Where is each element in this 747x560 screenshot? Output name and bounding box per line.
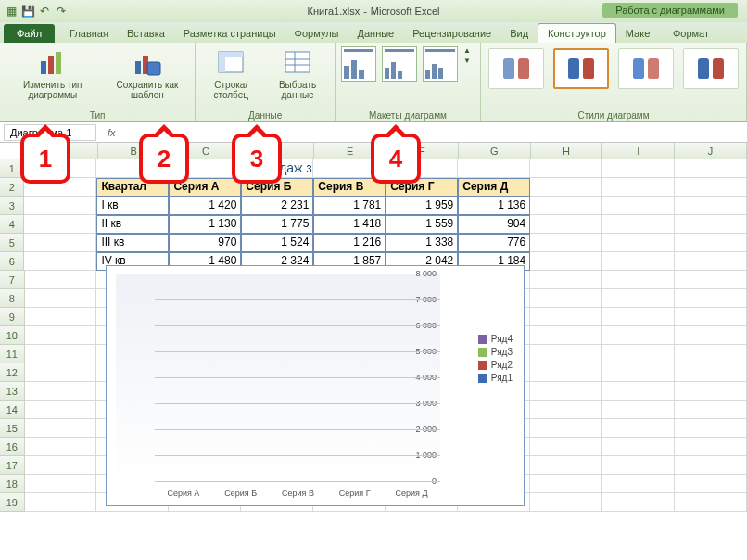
cell[interactable] xyxy=(530,289,602,308)
cell[interactable] xyxy=(675,326,747,345)
cell[interactable] xyxy=(602,234,675,252)
cell[interactable]: 1 524 xyxy=(241,234,313,252)
cell[interactable] xyxy=(602,197,675,215)
cell[interactable] xyxy=(602,326,675,345)
tab-review[interactable]: Рецензирование xyxy=(403,24,500,43)
cell[interactable] xyxy=(25,271,97,289)
cell[interactable] xyxy=(602,382,675,401)
chart-layout-1[interactable] xyxy=(341,46,376,82)
tab-format[interactable]: Формат xyxy=(664,24,718,43)
chart-style-3[interactable] xyxy=(618,48,674,89)
cell[interactable] xyxy=(25,419,97,438)
cell[interactable] xyxy=(530,419,602,438)
cell[interactable] xyxy=(675,475,747,493)
cell[interactable] xyxy=(25,456,97,475)
redo-icon[interactable]: ↷ xyxy=(54,4,69,19)
worksheet-grid[interactable]: ABCDEFGHIJ1ы продаж за 2010 г. ед2Кварта… xyxy=(0,143,747,512)
row-header[interactable]: 14 xyxy=(0,401,25,419)
cell[interactable] xyxy=(530,252,602,271)
cell[interactable] xyxy=(530,215,602,234)
cell[interactable]: 1 559 xyxy=(386,215,458,234)
cell[interactable]: 1 959 xyxy=(386,197,458,215)
column-header[interactable]: J xyxy=(675,143,747,159)
cell[interactable]: 904 xyxy=(458,215,530,234)
cell[interactable] xyxy=(675,419,747,438)
cell[interactable] xyxy=(602,271,675,289)
cell[interactable] xyxy=(24,252,96,271)
tab-design[interactable]: Конструктор xyxy=(538,23,616,43)
change-chart-type-button[interactable]: Изменить тип диаграммы xyxy=(6,46,100,102)
cell[interactable] xyxy=(675,252,747,271)
cell[interactable] xyxy=(24,197,96,215)
cell[interactable]: 1 136 xyxy=(458,197,530,215)
cell[interactable] xyxy=(602,289,675,308)
cell[interactable] xyxy=(530,382,602,401)
cell[interactable] xyxy=(25,382,97,401)
save-icon[interactable]: 💾 xyxy=(20,4,35,19)
cell[interactable] xyxy=(530,345,602,363)
cell[interactable] xyxy=(25,438,97,456)
row-header[interactable]: 3 xyxy=(0,197,24,215)
chart-style-2[interactable] xyxy=(553,48,609,89)
embedded-chart[interactable]: 01 0002 0003 0004 0005 0006 0007 0008 00… xyxy=(106,265,525,506)
cell[interactable]: II кв xyxy=(96,215,169,234)
cell[interactable] xyxy=(675,234,747,252)
row-header[interactable]: 19 xyxy=(0,493,25,512)
cell[interactable] xyxy=(602,178,675,197)
chart-layout-3[interactable] xyxy=(423,46,458,82)
cell[interactable]: III кв xyxy=(96,234,169,252)
row-header[interactable]: 17 xyxy=(0,456,25,475)
column-header[interactable]: G xyxy=(459,143,531,159)
cell[interactable]: 776 xyxy=(458,234,530,252)
row-header[interactable]: 8 xyxy=(0,289,25,308)
cell[interactable] xyxy=(530,493,602,512)
row-header[interactable]: 5 xyxy=(0,234,24,252)
cell[interactable] xyxy=(602,438,675,456)
cell[interactable] xyxy=(530,438,602,456)
cell[interactable]: Серия Д xyxy=(458,178,530,197)
cell[interactable] xyxy=(675,456,747,475)
cell[interactable] xyxy=(530,308,602,326)
switch-row-column-button[interactable]: Строка/столбец xyxy=(201,46,260,102)
cell[interactable] xyxy=(602,308,675,326)
cell[interactable] xyxy=(675,289,747,308)
cell[interactable] xyxy=(530,178,602,197)
cell[interactable] xyxy=(602,419,675,438)
cell[interactable] xyxy=(675,345,747,363)
cell[interactable] xyxy=(675,382,747,401)
tab-file[interactable]: Файл xyxy=(4,24,55,43)
select-data-button[interactable]: Выбрать данные xyxy=(266,46,329,102)
cell[interactable] xyxy=(530,475,602,493)
cell[interactable]: 1 338 xyxy=(386,234,458,252)
tab-view[interactable]: Вид xyxy=(500,24,538,43)
row-header[interactable]: 4 xyxy=(0,215,24,234)
cell[interactable] xyxy=(24,215,96,234)
tab-layout[interactable]: Макет xyxy=(616,24,664,43)
cell[interactable] xyxy=(675,197,747,215)
cell[interactable]: 1 420 xyxy=(169,197,241,215)
chart-style-4[interactable] xyxy=(683,48,739,89)
layouts-more-icon[interactable]: ▲▼ xyxy=(463,46,475,65)
column-header[interactable]: H xyxy=(531,143,603,159)
cell[interactable] xyxy=(25,363,97,382)
cell[interactable] xyxy=(602,159,675,178)
cell[interactable] xyxy=(25,289,97,308)
cell[interactable] xyxy=(602,456,675,475)
cell[interactable] xyxy=(530,234,602,252)
chart-style-1[interactable] xyxy=(488,48,544,89)
cell[interactable]: I кв xyxy=(96,197,169,215)
cell[interactable]: 1 130 xyxy=(169,215,241,234)
cell[interactable] xyxy=(675,271,747,289)
cell[interactable] xyxy=(675,401,747,419)
chart-layout-2[interactable] xyxy=(382,46,417,82)
row-header[interactable]: 12 xyxy=(0,363,25,382)
cell[interactable] xyxy=(602,345,675,363)
cell[interactable] xyxy=(25,475,97,493)
cell[interactable]: 1 418 xyxy=(313,215,386,234)
cell[interactable]: 2 231 xyxy=(241,197,313,215)
row-header[interactable]: 13 xyxy=(0,382,25,401)
cell[interactable] xyxy=(675,493,747,512)
cell[interactable] xyxy=(602,215,675,234)
cell[interactable]: 1 216 xyxy=(313,234,386,252)
cell[interactable] xyxy=(530,326,602,345)
